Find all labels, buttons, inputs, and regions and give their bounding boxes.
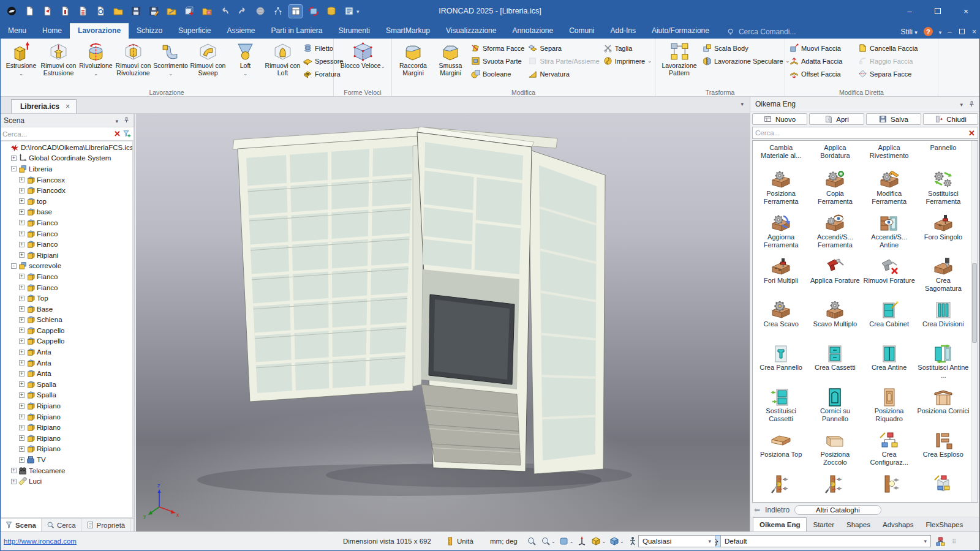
tree-item[interactable]: + Fianco <box>1 271 132 282</box>
qat-icon[interactable] <box>23 5 36 18</box>
qat-icon[interactable] <box>271 5 284 18</box>
ribbon-small-button[interactable]: Separa Facce <box>858 67 918 80</box>
catalog-item[interactable]: Posiziona Top <box>754 430 808 473</box>
tree-item[interactable]: + Ripiano <box>1 444 132 455</box>
ribbon-small-button[interactable]: Lavorazione Speculare⌄ <box>703 54 790 67</box>
expand-toggle-icon[interactable]: + <box>19 403 24 409</box>
viewport-3d[interactable]: z x y <box>136 114 750 531</box>
catalog-item[interactable]: Crea Cabinet <box>862 299 916 343</box>
doc-minimize-button[interactable]: – <box>948 28 952 36</box>
qat-icon[interactable] <box>147 5 160 18</box>
expand-toggle-icon[interactable]: + <box>19 231 24 236</box>
catalog-item[interactable]: Foro Singolo <box>916 212 970 256</box>
catalog-item[interactable]: Scavo Multiplo <box>808 299 862 343</box>
tree-item[interactable]: + Ripiano <box>1 400 132 411</box>
expand-toggle-icon[interactable]: - <box>11 166 17 171</box>
qat-icon[interactable] <box>111 5 124 18</box>
expand-toggle-icon[interactable]: + <box>11 468 17 473</box>
catalog-item[interactable]: Accendi/S... Ferramenta <box>808 212 862 256</box>
doc-close-button[interactable]: × <box>972 28 976 36</box>
expand-toggle-icon[interactable]: - <box>11 263 17 269</box>
ribbon-small-button[interactable]: Svuota Parte <box>471 54 524 67</box>
doc-restore-button[interactable] <box>959 29 965 34</box>
tree-item[interactable]: + Anta <box>1 358 132 369</box>
stili-dropdown[interactable]: Stili <box>901 28 918 36</box>
catalog-item[interactable]: Sostituisci Antine ... <box>916 343 970 386</box>
expand-toggle-icon[interactable]: + <box>19 198 24 204</box>
units-label[interactable]: Unità <box>457 538 473 545</box>
tree-item[interactable]: - Libreria <box>1 163 132 174</box>
expand-toggle-icon[interactable]: + <box>19 242 24 247</box>
tree-item[interactable]: + Fianco <box>1 282 132 293</box>
catalog-toolbar-button[interactable]: Apri <box>809 113 864 125</box>
catalog-scrollbar[interactable] <box>971 141 978 502</box>
catalog-tab[interactable]: Advshaps <box>876 517 920 531</box>
menu-tab[interactable]: Visualizzazione <box>438 23 505 39</box>
catalog-tab[interactable]: Oikema Eng <box>753 517 807 531</box>
catalog-item[interactable]: Crea Pannello <box>754 343 808 386</box>
catalog-search-input[interactable] <box>755 129 968 137</box>
menu-tab[interactable]: Assieme <box>219 23 263 39</box>
catalog-tab[interactable]: Starter <box>807 517 840 531</box>
tree-item[interactable]: + Global Coordinate System <box>1 153 132 164</box>
menu-tab[interactable]: Parti in Lamiera <box>263 23 331 39</box>
view-tool-icon[interactable]: ⌄ <box>540 536 557 547</box>
ribbon-button[interactable]: Lavorazione Pattern <box>658 40 701 77</box>
expand-toggle-icon[interactable]: + <box>19 317 24 323</box>
expand-toggle-icon[interactable]: + <box>11 479 17 484</box>
tree-item[interactable]: + Spalla <box>1 390 132 401</box>
qat-icon[interactable] <box>129 5 142 18</box>
panel-tab[interactable]: Cerca <box>42 519 81 531</box>
scene-search-input[interactable] <box>2 130 111 138</box>
expand-toggle-icon[interactable]: + <box>19 177 24 182</box>
qat-icon[interactable] <box>254 5 266 18</box>
ribbon-button[interactable]: Rivoluzione⌄ <box>77 40 115 77</box>
qat-icon[interactable] <box>40 5 53 18</box>
menu-tab[interactable]: Aiuto/Formazione <box>644 23 717 39</box>
tree-item[interactable]: + Fianco <box>1 217 132 228</box>
expand-toggle-icon[interactable]: + <box>19 381 24 387</box>
catalog-toolbar-button[interactable]: Salva <box>866 113 921 125</box>
tree-item[interactable]: + Ripiano <box>1 422 132 433</box>
tree-item[interactable]: + Luci <box>1 476 132 487</box>
document-tab[interactable]: Libreria.ics × <box>11 99 77 113</box>
view-tool-icon[interactable] <box>576 536 589 547</box>
qat-icon[interactable] <box>325 5 337 18</box>
catalog-item[interactable]: Applica Rivestimento <box>862 142 916 169</box>
view-tool-icon[interactable]: ⌄ <box>558 536 575 547</box>
catalog-item[interactable]: Pannello <box>916 142 970 169</box>
catalog-item[interactable]: Applica Forature <box>808 256 862 299</box>
tree-item[interactable]: + Fiancosx <box>1 174 132 186</box>
ironcad-link[interactable]: http://www.ironcad.com <box>4 538 77 545</box>
ribbon-button[interactable]: Rimuovi con Rivoluzione <box>115 40 152 77</box>
catalog-item[interactable]: Copia Ferramenta <box>808 169 862 212</box>
qat-overflow-icon[interactable] <box>356 8 360 15</box>
menu-tab[interactable]: Menu <box>0 23 34 39</box>
catalog-item[interactable]: Crea Configuraz... <box>862 430 916 473</box>
expand-toggle-icon[interactable]: + <box>19 392 24 398</box>
tree-item[interactable]: + Schiena <box>1 315 132 326</box>
ribbon-button[interactable]: Smussa Margini <box>432 40 469 77</box>
document-tab-close-icon[interactable]: × <box>66 102 70 111</box>
expand-toggle-icon[interactable]: + <box>19 252 24 258</box>
ribbon-small-button[interactable]: Scala Body <box>703 42 790 54</box>
catalog-item[interactable]: Posiziona Ferramenta <box>754 169 808 212</box>
expand-toggle-icon[interactable]: + <box>19 274 24 279</box>
expand-toggle-icon[interactable]: + <box>19 296 24 301</box>
catalog-item[interactable]: Crea Cassetti <box>808 343 862 386</box>
catalog-toolbar-button[interactable]: Nuovo <box>752 113 807 125</box>
tree-item[interactable]: + base <box>1 207 132 218</box>
scrollbar-thumb[interactable] <box>972 263 977 343</box>
ribbon-small-button[interactable]: Adatta Faccia <box>790 54 854 67</box>
catalog-item[interactable]: Crea Scavo <box>754 299 808 343</box>
menu-tab[interactable]: Annotazione <box>504 23 561 39</box>
catalog-item[interactable]: Cornici su Pannello <box>808 386 862 430</box>
menu-tab[interactable]: Home <box>34 23 70 39</box>
qat-icon[interactable] <box>236 5 249 18</box>
catalog-tab[interactable]: FlexShapes <box>920 517 970 531</box>
ribbon-button[interactable]: Scorrimento⌄ <box>152 40 189 77</box>
bookshelf-model[interactable]: z x y <box>136 114 750 531</box>
tree-item[interactable]: + Fianco <box>1 228 132 239</box>
menu-tab[interactable]: Comuni <box>561 23 602 39</box>
tree-item[interactable]: + Anta <box>1 368 132 379</box>
